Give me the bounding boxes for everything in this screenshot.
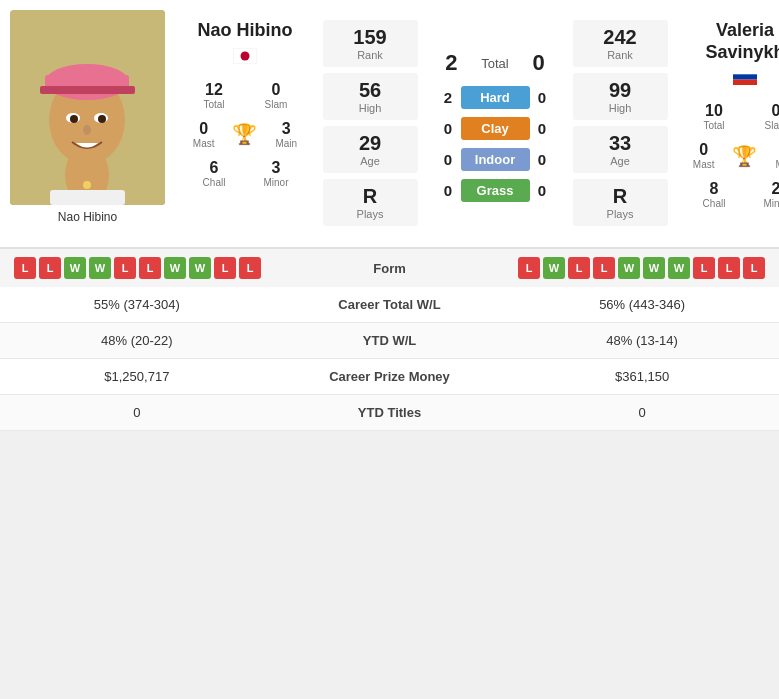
surface-row-grass: 0 Grass 0: [436, 179, 555, 202]
form-badges-right: LWLLWWWLLL: [518, 257, 767, 279]
surface-row-clay: 0 Clay 0: [436, 117, 555, 140]
left-player-svg: [10, 10, 165, 205]
left-player-image: [10, 10, 165, 205]
form-badge-right: W: [543, 257, 565, 279]
stat-left-value: $1,250,717: [0, 359, 274, 395]
svg-rect-12: [50, 190, 125, 205]
right-slam-cell: 0 Slam: [747, 99, 779, 134]
right-trophy-icon: 🏆: [726, 144, 763, 168]
form-badge-left: L: [139, 257, 161, 279]
left-main-cell: 3 Main: [268, 117, 305, 152]
center-section: 2 Total 0 2 Hard 0 0 Clay 0 0 Indoor 0 0…: [425, 10, 565, 237]
left-plays-box: R Plays: [323, 179, 418, 226]
total-label: Total: [481, 56, 508, 71]
left-player-name: Nao Hibino: [198, 20, 293, 42]
right-minor-cell: 2 Minor: [747, 177, 779, 212]
right-player-name: Valeria Savinykh: [675, 20, 779, 63]
right-chall-cell: 8 Chall: [685, 177, 743, 212]
total-left-score: 2: [436, 50, 466, 76]
right-total-cell: 10 Total: [685, 99, 743, 134]
stat-left-value: 55% (374-304): [0, 287, 274, 323]
svg-point-8: [70, 115, 78, 123]
svg-rect-16: [733, 74, 757, 79]
left-flag-icon: [233, 48, 257, 64]
right-high-box: 99 High: [573, 73, 668, 120]
stat-label: YTD W/L: [274, 323, 506, 359]
form-badge-left: W: [89, 257, 111, 279]
stat-label: Career Prize Money: [274, 359, 506, 395]
right-age-box: 33 Age: [573, 126, 668, 173]
stats-row: 0 YTD Titles 0: [0, 395, 779, 431]
form-badge-right: L: [718, 257, 740, 279]
svg-point-10: [83, 125, 91, 135]
form-badge-right: W: [618, 257, 640, 279]
surface-row-hard: 2 Hard 0: [436, 86, 555, 109]
left-high-box: 56 High: [323, 73, 418, 120]
form-badge-left: W: [64, 257, 86, 279]
right-rank-box: 242 Rank: [573, 20, 668, 67]
form-badges-left: LLWWLLWWLL: [12, 257, 261, 279]
total-row: 2 Total 0: [425, 15, 565, 76]
stat-label: YTD Titles: [274, 395, 506, 431]
stat-right-value: 0: [505, 395, 779, 431]
form-badge-left: L: [239, 257, 261, 279]
right-main-cell: 0 Main: [768, 138, 779, 173]
stats-table: 55% (374-304) Career Total W/L 56% (443-…: [0, 287, 779, 431]
form-label: Form: [265, 261, 514, 276]
form-badge-right: L: [518, 257, 540, 279]
left-total-cell: 12 Total: [185, 78, 243, 113]
left-slam-cell: 0 Slam: [247, 78, 305, 113]
svg-rect-5: [40, 86, 135, 94]
stats-row: 55% (374-304) Career Total W/L 56% (443-…: [0, 287, 779, 323]
stats-row: 48% (20-22) YTD W/L 48% (13-14): [0, 323, 779, 359]
form-badge-right: L: [593, 257, 615, 279]
form-badge-right: W: [668, 257, 690, 279]
form-badge-left: L: [14, 257, 36, 279]
stat-right-value: 48% (13-14): [505, 323, 779, 359]
stat-label: Career Total W/L: [274, 287, 506, 323]
left-player-photo-container: Nao Hibino: [0, 10, 175, 237]
form-badge-left: W: [189, 257, 211, 279]
form-badge-right: L: [568, 257, 590, 279]
form-badge-right: W: [643, 257, 665, 279]
players-section: Nao Hibino Nao Hibino 12 Total: [0, 0, 779, 247]
svg-point-9: [98, 115, 106, 123]
stats-row: $1,250,717 Career Prize Money $361,150: [0, 359, 779, 395]
left-stats-grid: 12 Total 0 Slam 0 Mast 🏆 3: [185, 78, 305, 191]
left-rank-col: 159 Rank 56 High 29 Age R Plays: [315, 10, 425, 237]
stat-left-value: 48% (20-22): [0, 323, 274, 359]
left-chall-cell: 6 Chall: [185, 156, 243, 191]
surface-rows: 2 Hard 0 0 Clay 0 0 Indoor 0 0 Grass 0: [425, 86, 565, 202]
form-badge-left: W: [164, 257, 186, 279]
stat-right-value: 56% (443-346): [505, 287, 779, 323]
right-rank-col: 242 Rank 99 High 33 Age R Plays: [565, 10, 675, 237]
form-badge-left: L: [39, 257, 61, 279]
left-name-col: Nao Hibino 12 Total 0 Slam: [175, 10, 315, 237]
form-badge-right: L: [743, 257, 765, 279]
left-age-box: 29 Age: [323, 126, 418, 173]
stat-left-value: 0: [0, 395, 274, 431]
form-section: LLWWLLWWLL Form LWLLWWWLLL: [0, 247, 779, 287]
surface-row-indoor: 0 Indoor 0: [436, 148, 555, 171]
right-mast-cell: 0 Mast: [685, 138, 722, 173]
form-badge-left: L: [114, 257, 136, 279]
left-mast-cell: 0 Mast: [185, 117, 222, 152]
left-player-caption: Nao Hibino: [58, 210, 117, 224]
svg-rect-17: [733, 80, 757, 85]
stat-right-value: $361,150: [505, 359, 779, 395]
right-plays-box: R Plays: [573, 179, 668, 226]
main-container: Nao Hibino Nao Hibino 12 Total: [0, 0, 779, 431]
left-rank-box: 159 Rank: [323, 20, 418, 67]
left-minor-cell: 3 Minor: [247, 156, 305, 191]
left-trophy-icon: 🏆: [226, 122, 263, 146]
form-badge-left: L: [214, 257, 236, 279]
right-name-col: Valeria Savinykh 10 Total 0: [675, 10, 779, 237]
svg-point-11: [83, 181, 91, 189]
right-flag-icon: [733, 69, 757, 85]
right-stats-grid: 10 Total 0 Slam 0 Mast 🏆 0: [685, 99, 779, 212]
form-badge-right: L: [693, 257, 715, 279]
svg-point-14: [241, 51, 250, 60]
total-right-score: 0: [524, 50, 554, 76]
